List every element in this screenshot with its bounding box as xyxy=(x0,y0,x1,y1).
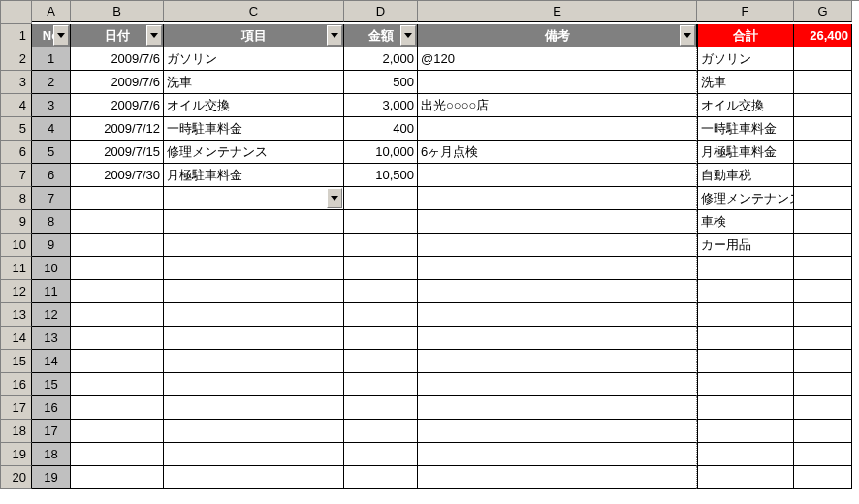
cell-no[interactable]: 3 xyxy=(32,94,71,117)
cell-no[interactable]: 13 xyxy=(32,327,71,350)
cell-note[interactable] xyxy=(418,234,697,257)
filter-dropdown-icon[interactable] xyxy=(327,25,342,46)
cell-g[interactable] xyxy=(794,373,852,396)
cell-g[interactable] xyxy=(794,420,852,443)
cell-item[interactable] xyxy=(164,373,344,396)
cell-amount[interactable] xyxy=(344,280,418,303)
cell-item[interactable]: 修理メンテナンス xyxy=(164,141,344,164)
row-header-13[interactable]: 13 xyxy=(1,303,32,327)
cell-g[interactable] xyxy=(794,396,852,420)
cell-item[interactable]: 一時駐車料金 xyxy=(164,117,344,141)
header-date[interactable]: 日付 xyxy=(71,24,164,47)
cell-no[interactable]: 11 xyxy=(32,280,71,303)
row-header-3[interactable]: 3 xyxy=(1,71,32,94)
row-header-20[interactable]: 20 xyxy=(1,466,32,489)
cell-category[interactable] xyxy=(697,257,794,280)
col-header-F[interactable]: F xyxy=(697,1,794,22)
cell-date[interactable]: 2009/7/12 xyxy=(71,117,164,141)
row-header-18[interactable]: 18 xyxy=(1,420,32,443)
header-no[interactable]: No xyxy=(32,24,71,47)
cell-note[interactable] xyxy=(418,280,697,303)
cell-category[interactable]: カー用品 xyxy=(697,234,794,257)
header-amount[interactable]: 金額 xyxy=(344,24,418,47)
col-header-B[interactable]: B xyxy=(71,1,164,22)
row-header-8[interactable]: 8 xyxy=(1,187,32,210)
cell-g[interactable] xyxy=(794,210,852,234)
cell-amount[interactable]: 500 xyxy=(344,71,418,94)
cell-date[interactable] xyxy=(71,210,164,234)
cell-date[interactable] xyxy=(71,257,164,280)
cell-item[interactable] xyxy=(164,350,344,373)
cell-no[interactable]: 7 xyxy=(32,187,71,210)
cell-category[interactable]: 自動車税 xyxy=(697,164,794,187)
cell-note[interactable] xyxy=(418,327,697,350)
cell-amount[interactable] xyxy=(344,396,418,420)
cell-amount[interactable] xyxy=(344,373,418,396)
cell-category[interactable]: ガソリン xyxy=(697,47,794,71)
cell-g[interactable] xyxy=(794,47,852,71)
row-header-7[interactable]: 7 xyxy=(1,164,32,187)
corner-cell[interactable] xyxy=(1,1,32,24)
cell-g[interactable] xyxy=(794,141,852,164)
cell-amount[interactable]: 10,500 xyxy=(344,164,418,187)
cell-date[interactable]: 2009/7/30 xyxy=(71,164,164,187)
cell-category[interactable] xyxy=(697,280,794,303)
cell-no[interactable]: 12 xyxy=(32,303,71,327)
cell-date[interactable]: 2009/7/6 xyxy=(71,94,164,117)
cell-item[interactable] xyxy=(164,396,344,420)
col-header-C[interactable]: C xyxy=(164,1,344,22)
cell-category[interactable] xyxy=(697,466,794,489)
cell-g[interactable] xyxy=(794,327,852,350)
cell-category[interactable] xyxy=(697,303,794,327)
cell-date[interactable]: 2009/7/6 xyxy=(71,71,164,94)
row-header-4[interactable]: 4 xyxy=(1,94,32,117)
cell-amount[interactable]: 400 xyxy=(344,117,418,141)
cell-date[interactable] xyxy=(71,280,164,303)
cell-item[interactable] xyxy=(164,234,344,257)
cell-g[interactable] xyxy=(794,466,852,489)
filter-dropdown-icon[interactable] xyxy=(146,25,162,46)
cell-item[interactable]: 洗車 xyxy=(164,71,344,94)
row-header-17[interactable]: 17 xyxy=(1,396,32,420)
cell-item[interactable] xyxy=(164,210,344,234)
cell-category[interactable]: 修理メンテナンス xyxy=(697,187,794,210)
filter-dropdown-icon[interactable] xyxy=(400,25,416,46)
cell-amount[interactable]: 10,000 xyxy=(344,141,418,164)
cell-no[interactable]: 10 xyxy=(32,257,71,280)
cell-category[interactable]: 車検 xyxy=(697,210,794,234)
cell-note[interactable] xyxy=(418,350,697,373)
cell-item[interactable] xyxy=(164,187,344,210)
cell-note[interactable] xyxy=(418,303,697,327)
cell-item[interactable]: オイル交換 xyxy=(164,94,344,117)
row-header-10[interactable]: 10 xyxy=(1,234,32,257)
cell-g[interactable] xyxy=(794,187,852,210)
cell-amount[interactable] xyxy=(344,234,418,257)
col-header-E[interactable]: E xyxy=(418,1,697,22)
row-header-9[interactable]: 9 xyxy=(1,210,32,234)
row-header-11[interactable]: 11 xyxy=(1,257,32,280)
row-header-16[interactable]: 16 xyxy=(1,373,32,396)
cell-g[interactable] xyxy=(794,94,852,117)
cell-category[interactable] xyxy=(697,327,794,350)
cell-amount[interactable] xyxy=(344,303,418,327)
cell-no[interactable]: 5 xyxy=(32,141,71,164)
col-header-A[interactable]: A xyxy=(32,1,71,22)
cell-item[interactable] xyxy=(164,443,344,466)
cell-amount[interactable]: 3,000 xyxy=(344,94,418,117)
row-header-6[interactable]: 6 xyxy=(1,141,32,164)
cell-no[interactable]: 16 xyxy=(32,396,71,420)
cell-date[interactable] xyxy=(71,187,164,210)
header-total-value[interactable]: 26,400 xyxy=(794,24,852,47)
cell-item[interactable] xyxy=(164,420,344,443)
cell-no[interactable]: 17 xyxy=(32,420,71,443)
cell-note[interactable]: @120 xyxy=(418,47,697,71)
cell-category[interactable]: 一時駐車料金 xyxy=(697,117,794,141)
cell-amount[interactable] xyxy=(344,210,418,234)
cell-date[interactable] xyxy=(71,234,164,257)
cell-note[interactable] xyxy=(418,257,697,280)
cell-note[interactable] xyxy=(418,187,697,210)
cell-date[interactable] xyxy=(71,443,164,466)
row-header-12[interactable]: 12 xyxy=(1,280,32,303)
row-header-2[interactable]: 2 xyxy=(1,47,32,71)
cell-note[interactable] xyxy=(418,71,697,94)
